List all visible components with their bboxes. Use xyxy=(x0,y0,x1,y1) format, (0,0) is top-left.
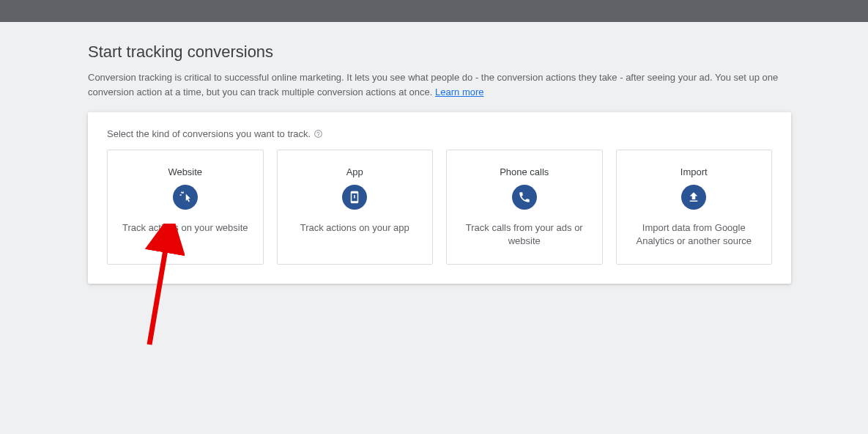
option-title: App xyxy=(346,166,363,177)
option-desc: Track actions on your app xyxy=(300,221,409,235)
page-title: Start tracking conversions xyxy=(88,43,791,62)
description-text: Conversion tracking is critical to succe… xyxy=(88,72,778,98)
help-icon[interactable] xyxy=(314,129,323,139)
option-import[interactable]: Import Import data from Google Analytics… xyxy=(616,150,773,265)
page-description: Conversion tracking is critical to succe… xyxy=(88,70,791,99)
option-app[interactable]: App Track actions on your app xyxy=(277,150,434,265)
select-kind-text: Select the kind of conversions you want … xyxy=(107,128,311,139)
select-kind-label: Select the kind of conversions you want … xyxy=(107,128,772,139)
cursor-click-icon xyxy=(173,185,198,210)
conversion-options-row: Website Track actions on your website Ap… xyxy=(107,150,772,265)
phone-icon xyxy=(512,185,537,210)
option-website[interactable]: Website Track actions on your website xyxy=(107,150,264,265)
option-title: Website xyxy=(168,166,202,177)
option-title: Import xyxy=(680,166,708,177)
option-desc: Import data from Google Analytics or ano… xyxy=(627,221,762,248)
option-desc: Track actions on your website xyxy=(122,221,248,235)
learn-more-link[interactable]: Learn more xyxy=(435,87,483,98)
smartphone-icon xyxy=(342,185,367,210)
upload-icon xyxy=(681,185,706,210)
option-phone-calls[interactable]: Phone calls Track calls from your ads or… xyxy=(446,150,603,265)
top-header-bar xyxy=(0,0,868,22)
option-title: Phone calls xyxy=(500,166,549,177)
main-content: Start tracking conversions Conversion tr… xyxy=(88,22,791,284)
option-desc: Track calls from your ads or website xyxy=(457,221,592,248)
conversion-card: Select the kind of conversions you want … xyxy=(88,112,791,284)
